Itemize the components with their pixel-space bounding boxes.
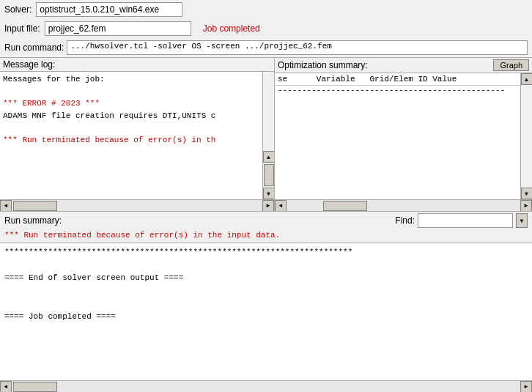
main-output-section: ****************************************… — [0, 243, 532, 392]
run-summary-text: *** Run terminated because of error(s) i… — [0, 229, 532, 243]
job-status: Job completed — [203, 23, 260, 34]
optimization-panel: Optimization summary: Graph se Variable … — [275, 58, 532, 211]
col-se: se — [278, 75, 317, 84]
scroll-down-arrow[interactable]: ▼ — [263, 188, 275, 199]
run-command-value: .../hwsolver.tcl -solver OS -screen .../… — [67, 40, 528, 55]
solver-row: Solver: — [0, 0, 532, 19]
msg-line-blank1 — [3, 86, 259, 98]
col-variable: Variable — [317, 75, 370, 84]
find-row: Find: ▼ — [395, 213, 528, 228]
opt-scroll-up[interactable]: ▲ — [521, 73, 533, 85]
graph-button[interactable]: Graph — [493, 59, 529, 71]
opt-hscroll-thumb[interactable] — [323, 201, 367, 211]
output-end-solver: ==== End of solver screen output ==== — [4, 272, 528, 285]
opt-hscroll-right[interactable]: ► — [520, 200, 532, 212]
msg-line-blank2 — [3, 122, 259, 134]
find-label: Find: — [395, 215, 415, 226]
output-blank3 — [4, 297, 528, 311]
message-log-hscroll[interactable]: ◄ ► — [0, 199, 274, 211]
optimization-label: Optimization summary: — [278, 60, 368, 70]
col-gridelem: Grid/Elem ID — [369, 75, 432, 84]
run-summary-label: Run summary: — [4, 215, 62, 226]
output-dots-line: ****************************************… — [4, 246, 528, 259]
run-command-label: Run command: — [4, 42, 64, 53]
hscroll-thumb[interactable] — [13, 201, 57, 211]
panels-row: Message log: Messages for the job: *** E… — [0, 57, 532, 211]
input-file-label: Input file: — [4, 23, 40, 34]
opt-table-header: se Variable Grid/Elem ID Value — [275, 73, 520, 86]
main-hscroll-left[interactable]: ◄ — [0, 381, 12, 393]
output-blank2 — [4, 285, 528, 298]
message-log-panel: Message log: Messages for the job: *** E… — [0, 58, 275, 211]
message-log-content: Messages for the job: *** ERROR # 2023 *… — [0, 72, 262, 199]
msg-line-adams: ADAMS MNF file creation requires DTI,UNI… — [3, 110, 259, 122]
input-file-row: Input file: Job completed — [0, 19, 532, 38]
opt-table-divider: ----------------------------------------… — [275, 86, 520, 95]
main-hscroll-thumb[interactable] — [13, 382, 57, 392]
msg-line-run-term: *** Run terminated because of error(s) i… — [3, 134, 259, 147]
run-summary-section: Run summary: Find: ▼ *** Run terminated … — [0, 211, 532, 243]
msg-line-error1: *** ERROR # 2023 *** — [3, 97, 259, 110]
run-command-row: Run command: .../hwsolver.tcl -solver OS… — [0, 38, 532, 57]
input-file-input[interactable] — [45, 21, 191, 36]
output-job-complete: ==== Job completed ==== — [4, 311, 528, 324]
run-summary-header: Run summary: Find: ▼ — [0, 212, 532, 229]
opt-content-wrapper: se Variable Grid/Elem ID Value ---------… — [275, 73, 532, 199]
opt-content: se Variable Grid/Elem ID Value ---------… — [275, 73, 520, 199]
message-log-scrollbar[interactable]: ▲ ▼ — [262, 72, 274, 199]
opt-scrollbar[interactable]: ▲ ▼ — [520, 73, 532, 199]
main-output-area: ****************************************… — [0, 243, 532, 392]
opt-hscroll-track — [287, 200, 520, 211]
find-input[interactable] — [418, 213, 513, 228]
find-arrow[interactable]: ▼ — [516, 213, 528, 228]
hscroll-track — [12, 200, 262, 211]
msg-line-1: Messages for the job: — [3, 73, 259, 86]
main-hscroll[interactable]: ◄ ► — [0, 380, 532, 392]
main-hscroll-right[interactable]: ► — [520, 381, 532, 393]
output-blank1 — [4, 259, 528, 273]
col-value: Value — [432, 75, 457, 84]
main-window: Solver: Input file: Job completed Run co… — [0, 0, 532, 392]
scroll-up-arrow[interactable]: ▲ — [263, 151, 275, 163]
scroll-thumb[interactable] — [264, 164, 274, 186]
solver-input[interactable] — [36, 2, 182, 17]
hscroll-left-arrow[interactable]: ◄ — [0, 200, 12, 212]
opt-scroll-down[interactable]: ▼ — [521, 188, 533, 199]
message-log-label: Message log: — [0, 58, 274, 72]
opt-hscroll-left[interactable]: ◄ — [275, 200, 287, 212]
message-log-inner: Messages for the job: *** ERROR # 2023 *… — [0, 72, 274, 199]
optimization-header: Optimization summary: Graph — [275, 58, 532, 73]
opt-hscroll[interactable]: ◄ ► — [275, 199, 532, 211]
main-hscroll-track — [12, 381, 520, 392]
hscroll-right-arrow[interactable]: ► — [262, 200, 274, 212]
solver-label: Solver: — [4, 4, 32, 15]
